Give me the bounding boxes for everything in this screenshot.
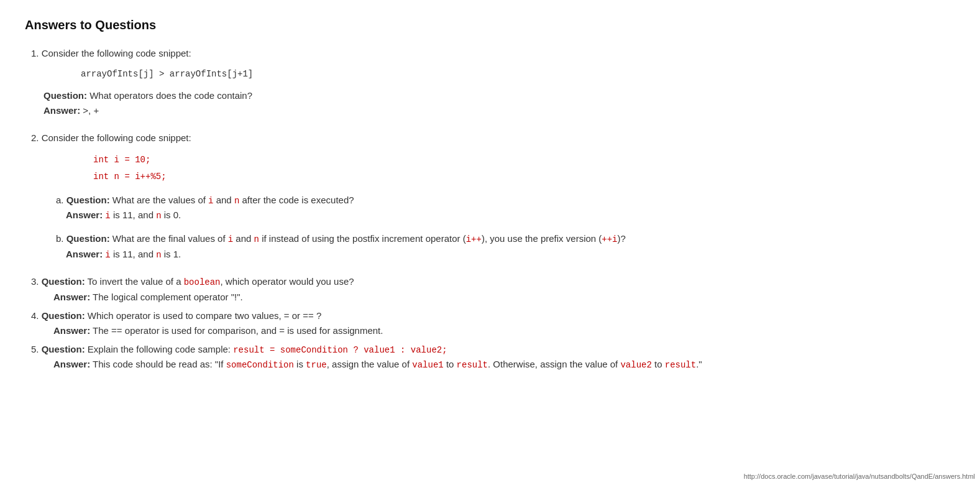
question-1-intro: 1. Consider the following code snippet: (44, 46, 955, 61)
q2b-question-label: Question: (66, 233, 110, 244)
q2a-ans-i: i (105, 211, 110, 221)
q2a-answer: Answer: i is 11, and n is 0. (66, 208, 955, 223)
page-title: Answers to Questions (25, 15, 955, 35)
q5-question: 5. Question: Explain the following code … (44, 342, 955, 357)
q3-question: 3. Question: To invert the value of a bo… (44, 274, 955, 289)
q2a-ans-n: n (156, 211, 161, 221)
q2a-question: a. Question: What are the values of i an… (56, 193, 955, 208)
q2-code-line2: int n = i++%5; (93, 169, 955, 185)
q2-part-b: b. Question: What are the final values o… (44, 231, 955, 262)
q2a-code-n: n (234, 196, 239, 206)
question-3: 3. Question: To invert the value of a bo… (25, 274, 955, 304)
question-1: 1. Consider the following code snippet: … (25, 46, 955, 118)
q5-ans-code4: result (457, 360, 488, 370)
q5-answer-label: Answer: (53, 359, 90, 369)
q4-answer-label: Answer: (53, 325, 90, 336)
q3-question-label: Question: (42, 276, 85, 287)
q2b-code-xxi: ++i (602, 234, 617, 244)
q2b-ans-n: n (156, 250, 161, 260)
q5-number: 5. (31, 344, 42, 354)
q5-question-label: Question: (42, 344, 85, 354)
q3-code-boolean: boolean (184, 277, 221, 287)
q2b-answer: Answer: i is 11, and n is 1. (66, 247, 955, 262)
q3-number: 3. (31, 276, 42, 287)
q2a-answer-label: Answer: (66, 210, 103, 220)
q2-part-a: a. Question: What are the values of i an… (44, 193, 955, 223)
q2-code: int i = 10; int n = i++%5; (93, 152, 955, 185)
q1-number: 1. (31, 48, 42, 58)
q5-ans-code1: someCondition (226, 360, 294, 370)
q2-code-line1: int i = 10; (93, 152, 955, 169)
q1-question: Question: What operators does the code c… (44, 88, 955, 103)
q2a-code-i: i (208, 196, 213, 206)
q5-ans-code5: value2 (620, 360, 651, 370)
q2a-question-label: Question: (66, 195, 110, 205)
q2b-question: b. Question: What are the final values o… (56, 231, 955, 246)
q5-ans-code2: true (306, 360, 327, 370)
question-5: 5. Question: Explain the following code … (25, 342, 955, 372)
q4-number: 4. (31, 310, 42, 321)
q2b-code-i: i (228, 234, 233, 244)
questions-container: 1. Consider the following code snippet: … (25, 46, 955, 372)
q1-question-label: Question: (44, 90, 87, 101)
q4-answer: Answer: The == operator is used for comp… (53, 323, 955, 338)
q1-code: arrayOfInts[j] > arrayOfInts[j+1] (81, 67, 955, 81)
q2b-ans-i: i (105, 250, 110, 260)
q2-number: 2. (31, 132, 42, 143)
q2b-answer-label: Answer: (66, 249, 103, 259)
q5-ans-code3: value1 (412, 360, 443, 370)
question-2-intro: 2. Consider the following code snippet: (44, 131, 955, 146)
q2b-code-ixx: i++ (466, 234, 482, 244)
q1-answer-label: Answer: (44, 105, 80, 116)
q5-answer: Answer: This code should be read as: "If… (53, 357, 955, 372)
q2b-code-n: n (254, 234, 259, 244)
q3-answer: Answer: The logical complement operator … (53, 290, 955, 305)
question-2: 2. Consider the following code snippet: … (25, 131, 955, 262)
q4-question-label: Question: (42, 310, 85, 321)
q1-answer: Answer: >, + (44, 103, 955, 118)
q5-ans-code6: result (665, 360, 696, 370)
q5-code: result = someCondition ? value1 : value2… (233, 345, 447, 355)
q3-answer-label: Answer: (53, 292, 90, 302)
q4-question: 4. Question: Which operator is used to c… (44, 308, 955, 323)
question-4: 4. Question: Which operator is used to c… (25, 308, 955, 338)
